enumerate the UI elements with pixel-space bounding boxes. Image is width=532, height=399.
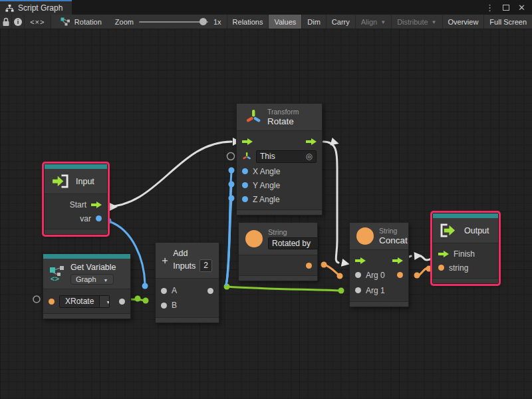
node-category: Transform bbox=[267, 108, 299, 116]
node-string-concat[interactable]: String Concat Arg 0 Arg 1 bbox=[349, 222, 409, 307]
port-row-var[interactable]: var bbox=[45, 211, 107, 225]
value-port-icon[interactable] bbox=[355, 287, 361, 293]
unity-script-graph-window: Script Graph ⋮ ✕ i <×> bbox=[0, 0, 532, 399]
graph-canvas[interactable]: Input Start var bbox=[0, 29, 532, 399]
tab-script-graph[interactable]: Script Graph bbox=[0, 0, 72, 15]
flow-out-icon[interactable] bbox=[392, 257, 403, 264]
node-accent-strip bbox=[433, 213, 498, 218]
value-port-icon[interactable] bbox=[161, 288, 167, 294]
node-string-literal[interactable]: String Rotated by bbox=[238, 222, 318, 281]
caret-down-icon: ▼ bbox=[106, 300, 110, 305]
lock-icon bbox=[2, 17, 10, 27]
port-row-string[interactable]: string bbox=[433, 261, 498, 275]
port-row-variable-name[interactable]: XRotate ▼ bbox=[43, 293, 130, 310]
tab-bar: Script Graph ⋮ ✕ bbox=[0, 0, 532, 15]
port-row-flow[interactable] bbox=[237, 134, 322, 148]
value-port-icon[interactable] bbox=[306, 263, 312, 269]
value-port-icon[interactable] bbox=[397, 272, 403, 278]
node-footer bbox=[237, 209, 322, 215]
lock-button[interactable] bbox=[0, 15, 12, 29]
node-get-variable[interactable]: <> Get Variable Graph ▼ XRotate ▼ bbox=[43, 253, 131, 319]
variable-scope-dropdown[interactable]: Graph ▼ bbox=[70, 274, 114, 285]
value-port-icon[interactable] bbox=[96, 215, 102, 221]
transform-icon bbox=[245, 108, 262, 126]
select-caret-button[interactable]: ▼ bbox=[99, 296, 110, 307]
port-row-b[interactable]: B bbox=[156, 298, 219, 313]
wire-flow-rotate-to-concat[interactable] bbox=[323, 142, 338, 263]
caret-down-icon: ▼ bbox=[380, 19, 386, 25]
value-port-icon[interactable] bbox=[49, 299, 55, 305]
wire-add-to-concat-arg1[interactable] bbox=[227, 287, 340, 291]
window-menu-icon[interactable]: ⋮ bbox=[485, 3, 494, 12]
port-row-start[interactable]: Start bbox=[45, 198, 107, 211]
value-port-icon[interactable] bbox=[242, 168, 248, 174]
node-add-inputs[interactable]: Add Inputs 2 A B bbox=[155, 242, 219, 323]
maximize-icon[interactable] bbox=[503, 5, 509, 11]
node-footer bbox=[43, 313, 130, 319]
info-button[interactable]: i bbox=[12, 15, 24, 29]
port-row-arg1[interactable]: Arg 1 bbox=[350, 283, 408, 298]
overview-button[interactable]: Overview bbox=[442, 15, 484, 29]
node-output[interactable]: Output Finish string bbox=[432, 213, 499, 284]
value-port-icon[interactable] bbox=[242, 196, 248, 202]
dim-button[interactable]: Dim bbox=[301, 15, 326, 29]
values-button[interactable]: Values bbox=[268, 15, 301, 29]
flow-in-icon[interactable] bbox=[242, 138, 253, 145]
value-port-icon[interactable] bbox=[119, 299, 125, 305]
value-port-icon[interactable] bbox=[207, 288, 213, 294]
flow-in-icon[interactable] bbox=[355, 257, 366, 264]
distribute-button[interactable]: Distribute▼ bbox=[391, 15, 442, 29]
value-port-icon[interactable] bbox=[161, 303, 167, 309]
graph-title-button[interactable]: Rotation bbox=[51, 15, 110, 29]
carry-button[interactable]: Carry bbox=[326, 15, 355, 29]
flow-port-icon[interactable] bbox=[91, 201, 102, 208]
port-row-output[interactable] bbox=[239, 259, 317, 272]
code-preview-button[interactable]: <×> bbox=[25, 15, 51, 29]
svg-text:<>: <> bbox=[51, 275, 59, 283]
variable-name-select[interactable]: XRotate ▼ bbox=[59, 295, 110, 308]
port-row-z-angle[interactable]: Z Angle bbox=[237, 192, 322, 206]
node-title: Concat bbox=[379, 235, 408, 245]
input-unit-icon bbox=[51, 174, 70, 189]
this-object-field[interactable]: This ◎ bbox=[256, 150, 317, 163]
flow-port-icon[interactable] bbox=[438, 251, 449, 257]
port-row-flow[interactable] bbox=[350, 253, 408, 267]
port-row-arg0[interactable]: Arg 0 bbox=[350, 267, 408, 283]
zoom-label: Zoom bbox=[115, 18, 134, 26]
string-type-icon bbox=[245, 230, 263, 247]
relations-button[interactable]: Relations bbox=[227, 15, 269, 29]
string-value-field[interactable]: Rotated by bbox=[268, 237, 319, 249]
port-row-this[interactable]: This ◎ bbox=[237, 148, 322, 164]
node-title-line1: Add bbox=[173, 249, 212, 258]
node-category: String bbox=[379, 227, 408, 235]
align-button[interactable]: Align▼ bbox=[355, 15, 391, 29]
graph-node-icon bbox=[61, 17, 70, 26]
zoom-slider-handle[interactable] bbox=[200, 18, 207, 25]
wire-add-to-z-angle[interactable] bbox=[226, 200, 231, 285]
value-port-icon[interactable] bbox=[355, 272, 361, 278]
fullscreen-button[interactable]: Full Screen bbox=[483, 15, 532, 29]
port-row-a[interactable]: A bbox=[156, 283, 219, 298]
zoom-slider[interactable] bbox=[139, 21, 208, 23]
flow-out-icon[interactable] bbox=[306, 138, 317, 145]
zoom-control: Zoom 1x bbox=[110, 15, 227, 29]
port-row-finish[interactable]: Finish bbox=[433, 247, 498, 261]
port-row-y-angle[interactable]: Y Angle bbox=[237, 178, 322, 192]
value-port-icon[interactable] bbox=[242, 182, 248, 188]
output-unit-icon bbox=[440, 223, 459, 238]
node-footer bbox=[45, 229, 107, 234]
node-transform-rotate[interactable]: Transform Rotate This bbox=[236, 103, 323, 215]
node-footer bbox=[156, 317, 219, 323]
node-title: Rotate bbox=[267, 116, 299, 126]
script-graph-icon bbox=[5, 4, 14, 13]
object-picker-icon[interactable]: ◎ bbox=[306, 152, 313, 161]
close-icon[interactable]: ✕ bbox=[518, 3, 525, 12]
wire-flow-input-to-rotate[interactable] bbox=[105, 142, 231, 207]
node-title: Get Variable bbox=[70, 263, 116, 272]
input-count-badge[interactable]: 2 bbox=[200, 259, 212, 272]
node-input[interactable]: Input Start var bbox=[44, 164, 108, 235]
node-title-line2: Inputs bbox=[173, 261, 196, 271]
value-port-icon[interactable] bbox=[438, 265, 444, 271]
port-row-x-angle[interactable]: X Angle bbox=[237, 164, 322, 178]
graph-toolbar: i <×> Rotation Zoom 1x Relations Values … bbox=[0, 15, 532, 29]
